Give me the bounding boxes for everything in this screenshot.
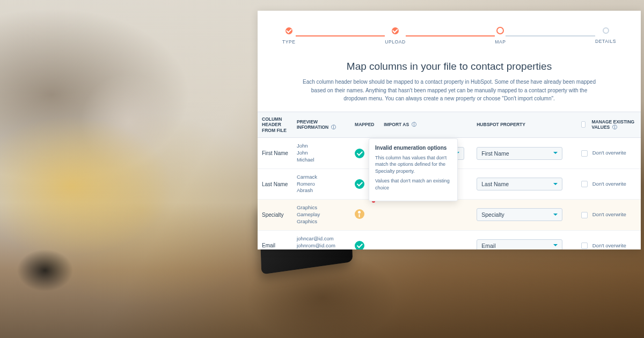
cell-mapped — [350, 230, 379, 249]
step-details: DETAILS — [595, 27, 616, 44]
check-icon — [355, 179, 364, 189]
cell-mapped — [350, 200, 379, 230]
progress-stepper: TYPE UPLOAD MAP DETAILS — [258, 11, 641, 52]
dont-overwrite-checkbox[interactable] — [581, 243, 588, 249]
info-icon[interactable]: ⓘ — [611, 124, 617, 130]
mapping-table-wrap: COLUMN HEADER FROM FILE PREVIEW INFORMAT… — [258, 112, 641, 250]
chevron-down-icon — [553, 183, 558, 187]
cell-preview: Graphics Gameplay Graphics — [292, 200, 350, 230]
step-type: TYPE — [282, 27, 296, 45]
property-dropdown[interactable]: Specialty — [477, 208, 562, 221]
cell-header: Last Name — [258, 168, 292, 199]
enumeration-warning-tooltip: Invalid enumeration options This column … — [369, 138, 458, 202]
cell-import-as — [379, 230, 472, 249]
warning-icon — [355, 209, 364, 219]
stepper-line — [506, 35, 595, 36]
tooltip-text: Values that don't match an existing choi… — [375, 178, 451, 191]
chevron-down-icon — [553, 214, 558, 218]
table-row: Email johncar@id.com johnrom@id.com abra… — [258, 230, 641, 249]
property-dropdown[interactable]: Last Name — [477, 178, 562, 190]
th-mapped: MAPPED — [350, 112, 379, 138]
page-title: Map columns in your file to contact prop… — [258, 61, 641, 72]
cell-preview: Carmack Romero Abrash — [292, 168, 350, 199]
check-icon — [286, 27, 292, 34]
table-row: Specialty Graphics Gameplay Graphics Spe… — [258, 200, 641, 230]
tooltip-text: This column has values that don't match … — [375, 155, 451, 175]
cell-property: Email — [472, 230, 577, 249]
cell-header: Specialty — [258, 200, 292, 230]
cell-import-as — [379, 200, 472, 230]
chevron-down-icon — [553, 152, 558, 156]
step-label: UPLOAD — [385, 39, 406, 45]
stepper-line — [406, 35, 495, 36]
step-upload: UPLOAD — [385, 27, 406, 45]
cell-manage: Don't overwrite — [577, 138, 641, 168]
step-label: TYPE — [282, 39, 296, 45]
manage-all-checkbox[interactable] — [581, 121, 586, 128]
property-dropdown[interactable]: Email — [477, 239, 562, 249]
step-label: MAP — [495, 39, 506, 45]
dont-overwrite-checkbox[interactable] — [581, 150, 588, 157]
cell-property: First Name — [472, 138, 577, 168]
dont-overwrite-checkbox[interactable] — [581, 181, 588, 187]
check-icon — [355, 241, 364, 249]
tooltip-title: Invalid enumeration options — [375, 144, 451, 152]
property-dropdown[interactable]: First Name — [477, 147, 562, 160]
th-preview: PREVIEW INFORMATION ⓘ — [292, 112, 350, 138]
current-step-icon — [496, 27, 504, 34]
cell-property: Last Name — [472, 168, 577, 199]
th-import-as: IMPORT AS ⓘ — [379, 112, 472, 138]
th-manage-values: MANAGE EXISTING VALUES ⓘ — [577, 112, 641, 138]
th-column-header: COLUMN HEADER FROM FILE — [258, 112, 292, 138]
cell-preview: johncar@id.com johnrom@id.com abrash@id.… — [292, 230, 350, 249]
check-icon — [355, 149, 364, 158]
check-icon — [392, 27, 399, 34]
cell-header: Email — [258, 230, 292, 249]
dont-overwrite-checkbox[interactable] — [581, 212, 588, 218]
stepper-line — [296, 35, 385, 36]
cell-header: First Name — [258, 138, 292, 168]
cell-manage: Don't overwrite — [577, 200, 641, 230]
future-step-icon — [603, 27, 609, 34]
chevron-down-icon — [553, 244, 558, 248]
cell-property: Specialty — [472, 200, 577, 230]
cell-manage: Don't overwrite — [577, 168, 641, 199]
info-icon[interactable]: ⓘ — [330, 124, 336, 130]
cell-preview: John John Michael — [292, 138, 350, 168]
page-description: Each column header below should be mappe… — [299, 78, 599, 103]
cell-manage: Don't overwrite — [577, 230, 641, 249]
step-map: MAP — [495, 27, 506, 45]
th-hubspot-property: HUBSPOT PROPERTY — [472, 112, 577, 138]
import-mapping-panel: TYPE UPLOAD MAP DETAILS Map columns in y… — [258, 11, 641, 249]
step-label: DETAILS — [595, 39, 616, 44]
info-icon[interactable]: ⓘ — [410, 122, 416, 127]
